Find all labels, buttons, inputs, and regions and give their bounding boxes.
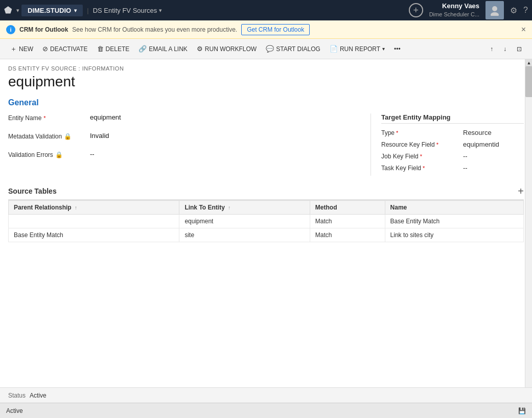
type-label: Type *	[381, 129, 463, 136]
scroll-up-arrow[interactable]: ▲	[525, 59, 532, 66]
deactivate-button[interactable]: ⊘ DEACTIVATE	[38, 43, 92, 55]
cell-link-to-entity: equipment	[179, 215, 310, 228]
general-section-heading: General	[8, 98, 524, 107]
cell-link-to-entity: site	[179, 228, 310, 242]
lock-icon-2: 🔒	[55, 151, 63, 158]
scroll-thumb[interactable]	[525, 66, 532, 97]
cell-method: Match	[310, 228, 385, 242]
down-icon: ↓	[503, 45, 506, 53]
bottom-bar: Active 💾	[0, 403, 532, 418]
run-workflow-button[interactable]: ⚙ RUN WORKFLOW	[193, 43, 261, 55]
entity-name-required: *	[43, 115, 45, 121]
table-header: Parent Relationship ↑ Link To Entity ↑ M…	[9, 201, 524, 215]
task-key-required: *	[423, 165, 425, 171]
cell-name: Base Entity Match	[385, 215, 523, 228]
resource-key-required: *	[436, 142, 438, 148]
new-button[interactable]: ＋ NEW	[6, 42, 37, 56]
resource-key-value: equipmentid	[463, 141, 499, 148]
cell-parent-relationship	[9, 215, 179, 228]
sort-icon-parent[interactable]: ↑	[75, 205, 77, 211]
lock-icon: 🔒	[64, 133, 72, 140]
plus-icon: +	[413, 5, 419, 16]
col-parent-label: Parent Relationship	[14, 204, 72, 211]
logo-chevron-icon[interactable]: ▾	[16, 7, 19, 14]
main-container: DS ENTITY FV SOURCE : INFORMATION equipm…	[0, 59, 532, 418]
validation-errors-label: Validation Errors 🔒	[8, 150, 90, 158]
col-link-label: Link To Entity	[184, 204, 224, 211]
job-key-field: Job Key Field * --	[381, 152, 524, 160]
target-entity-heading: Target Entity Mapping	[381, 113, 524, 124]
column-method: Method	[310, 201, 385, 215]
crm-banner: i CRM for Outlook See how CRM for Outloo…	[0, 20, 532, 39]
entity-name-field: Entity Name * equipment	[8, 113, 371, 127]
status-value: Active	[30, 392, 47, 399]
entity-name-label: Entity Name *	[8, 113, 90, 122]
toolbar-right: ↑ ↓ ⊡	[486, 43, 526, 55]
user-org: Dime Scheduler C...	[429, 11, 479, 18]
job-key-required: *	[420, 153, 422, 159]
start-dialog-button[interactable]: 💬 START DIALOG	[262, 43, 325, 55]
add-button[interactable]: +	[409, 3, 423, 17]
top-nav-right: + Kenny Vaes Dime Scheduler C... ⚙ ?	[409, 1, 528, 19]
table-row[interactable]: equipment Match Base Entity Match	[9, 215, 524, 228]
email-link-button[interactable]: 🔗 EMAIL A LINK	[134, 43, 192, 55]
task-key-label: Task Key Field *	[381, 165, 463, 172]
cell-method: Match	[310, 215, 385, 228]
expand-button[interactable]: ⊡	[513, 43, 526, 55]
move-up-button[interactable]: ↑	[486, 43, 497, 55]
form-left: Entity Name * equipment Metadata Validat…	[8, 113, 371, 176]
task-key-field: Task Key Field * --	[381, 164, 524, 172]
deactivate-icon: ⊘	[42, 45, 48, 53]
type-value: Resource	[463, 129, 492, 136]
move-down-button[interactable]: ↓	[499, 43, 511, 55]
validation-errors-field: Validation Errors 🔒 --	[8, 150, 371, 164]
user-avatar[interactable]	[485, 1, 504, 19]
scroll-track	[525, 66, 532, 411]
app-name-button[interactable]: DIME.STUDIO ▾	[21, 5, 83, 16]
delete-button[interactable]: 🗑 DELETE	[93, 43, 134, 55]
task-key-value: --	[463, 164, 468, 172]
target-entity-mapping: Target Entity Mapping Type * Resource Re…	[371, 113, 524, 176]
resource-key-label: Resource Key Field *	[381, 141, 463, 148]
metadata-validation-value: Invalid	[90, 132, 109, 140]
svg-point-1	[491, 12, 499, 16]
banner-close-icon[interactable]: ×	[521, 25, 526, 34]
banner-title: CRM for Outlook	[19, 26, 68, 33]
scrollbar[interactable]: ▲ ▼	[525, 59, 532, 418]
source-tables-table: Parent Relationship ↑ Link To Entity ↑ M…	[8, 200, 524, 242]
validation-errors-value: --	[90, 150, 95, 158]
email-icon: 🔗	[138, 45, 147, 53]
cell-name: Link to sites city	[385, 228, 523, 242]
run-report-button[interactable]: 📄 RUN REPORT ▾	[326, 43, 389, 55]
source-tables-title: Source Tables	[8, 187, 57, 195]
job-key-label: Job Key Field *	[381, 153, 463, 160]
entity-name-value: equipment	[90, 113, 121, 121]
source-tables-section: Source Tables + Parent Relationship ↑ Li…	[8, 186, 524, 242]
save-icon[interactable]: 💾	[518, 407, 526, 414]
app-name-label: DIME.STUDIO	[28, 7, 71, 14]
breadcrumb: DS ENTITY FV SOURCE : INFORMATION	[8, 65, 524, 72]
gear-icon[interactable]: ⚙	[510, 6, 517, 15]
table-body: equipment Match Base Entity Match Base E…	[9, 215, 524, 242]
get-crm-button[interactable]: Get CRM for Outlook	[241, 24, 310, 35]
page-nav-title: DS Entity FV Sources	[93, 7, 157, 14]
page-title: equipment	[8, 74, 524, 90]
table-row[interactable]: Base Entity Match site Match Link to sit…	[9, 228, 524, 242]
status-label: Status	[8, 392, 26, 399]
more-button[interactable]: •••	[390, 43, 405, 55]
expand-icon: ⊡	[517, 45, 522, 53]
app-chevron-icon: ▾	[74, 8, 77, 13]
help-icon[interactable]: ?	[523, 6, 528, 15]
page-title-chevron-icon[interactable]: ▾	[159, 7, 162, 14]
user-info: Kenny Vaes Dime Scheduler C...	[429, 2, 479, 18]
metadata-validation-field: Metadata Validation 🔒 Invalid	[8, 132, 371, 145]
column-link-to-entity: Link To Entity ↑	[179, 201, 310, 215]
dialog-icon: 💬	[266, 45, 274, 53]
top-navigation: ⬟ ▾ DIME.STUDIO ▾ | DS Entity FV Sources…	[0, 0, 532, 20]
sort-icon-link[interactable]: ↑	[228, 205, 230, 211]
app-logo-icon: ⬟	[4, 5, 12, 16]
add-source-table-button[interactable]: +	[518, 186, 524, 196]
cell-parent-relationship: Base Entity Match	[9, 228, 179, 242]
svg-point-0	[492, 6, 497, 11]
delete-icon: 🗑	[97, 45, 104, 53]
